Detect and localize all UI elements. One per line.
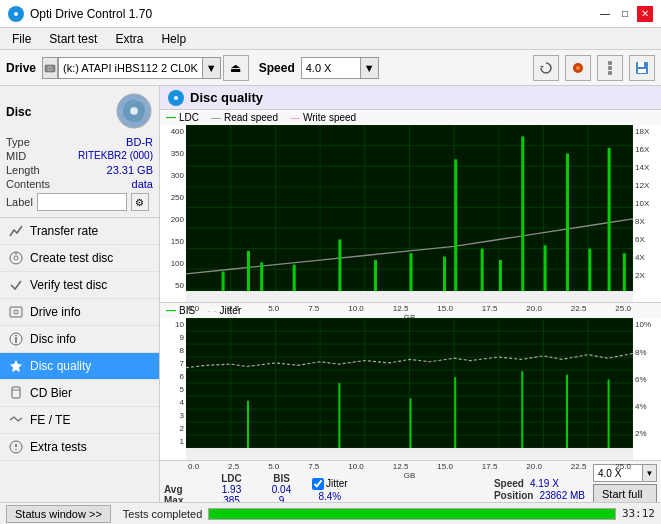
read-speed-legend: — Read speed [211,112,278,123]
svg-rect-60 [443,257,446,291]
settings-button[interactable] [597,55,623,81]
menu-file[interactable]: File [4,30,39,48]
drive-selector: (k:) ATAPI iHBS112 2 CL0K ▼ ⏏ [42,55,249,81]
toolbar: Drive (k:) ATAPI iHBS112 2 CL0K ▼ ⏏ Spee… [0,50,661,86]
disc-length-row: Length 23.31 GB [6,164,153,176]
chart2-main: 0.0 2.5 5.0 7.5 10.0 12.5 15.0 17.5 20.0… [186,318,633,460]
save-button[interactable] [629,55,655,81]
fe-te-icon [8,412,24,428]
svg-point-24 [15,335,17,337]
svg-rect-26 [12,387,20,398]
chart2-with-axes: 10 9 8 7 6 5 4 3 2 1 [160,318,661,460]
svg-rect-69 [623,253,626,291]
drive-dropdown-arrow[interactable]: ▼ [203,57,221,79]
minimize-button[interactable]: — [597,6,613,22]
svg-rect-12 [638,69,646,73]
svg-rect-62 [481,249,484,291]
write-speed-legend: — Write speed [290,112,356,123]
svg-point-30 [15,449,17,451]
svg-rect-55 [260,262,263,291]
svg-rect-98 [566,375,568,448]
svg-rect-58 [374,260,377,291]
disc-info-icon [8,331,24,347]
extra-tests-icon [8,439,24,455]
ldc-legend: — LDC [166,112,199,123]
label-edit-button[interactable]: ⚙ [131,193,149,211]
svg-rect-65 [544,245,547,291]
svg-rect-66 [566,154,569,291]
menu-start-test[interactable]: Start test [41,30,105,48]
svg-rect-2 [45,65,55,72]
sidebar-item-drive-info[interactable]: Drive info [0,299,159,326]
chart1-legend: — LDC — Read speed — Write speed [160,110,661,125]
sidebar-item-disc-quality[interactable]: Disc quality [0,353,159,380]
svg-rect-96 [454,378,456,449]
charts-container: — LDC — Read speed — Write speed [160,110,661,502]
sidebar-item-transfer-rate[interactable]: Transfer rate [0,218,159,245]
chart1-y-right: 18X 16X 14X 12X 10X 8X 6X 4X 2X [633,125,661,302]
sidebar-item-cd-bier[interactable]: CD Bier [0,380,159,407]
close-button[interactable]: ✕ [637,6,653,22]
sidebar-item-extra-tests[interactable]: Extra tests [0,434,159,461]
maximize-button[interactable]: □ [617,6,633,22]
speed-dropdown-arrow[interactable]: ▼ [361,57,379,79]
label-input[interactable] [37,193,127,211]
svg-rect-9 [608,71,612,75]
svg-point-6 [576,66,580,70]
app-icon [8,6,24,22]
chart1-container: — LDC — Read speed — Write speed [160,110,661,303]
chart2-y-right: 10% 8% 6% 4% 2% [633,318,661,460]
burn-button[interactable] [565,55,591,81]
svg-point-1 [14,12,18,16]
progress-bar [208,508,616,520]
start-full-button[interactable]: Start full [593,484,657,502]
content-title: Disc quality [190,90,263,105]
jitter-avg: 8.4% [318,491,341,502]
sidebar-item-verify-test-disc[interactable]: Verify test disc [0,272,159,299]
disc-quality-icon [8,358,24,374]
disc-mid-row: MID RITEKBR2 (000) [6,150,153,162]
status-bar: Status window >> Tests completed 33:12 [0,502,661,524]
drive-info-icon [8,304,24,320]
svg-rect-70 [186,291,633,302]
sidebar-item-disc-info[interactable]: Disc info [0,326,159,353]
speed-action-dropdown-arrow[interactable]: ▼ [643,464,657,482]
speed-dropdown[interactable]: 4.0 X [301,57,361,79]
menu-extra[interactable]: Extra [107,30,151,48]
svg-rect-95 [410,399,412,449]
chart1-x-axis: 0.0 2.5 5.0 7.5 10.0 12.5 15.0 17.5 20.0… [186,304,633,313]
chart1-svg [186,125,633,302]
svg-marker-25 [10,360,22,372]
title-bar: Opti Drive Control 1.70 — □ ✕ [0,0,661,28]
status-time: 33:12 [622,507,655,520]
svg-rect-61 [454,159,457,291]
menu-help[interactable]: Help [153,30,194,48]
transfer-rate-icon [8,223,24,239]
chart1-main: 0.0 2.5 5.0 7.5 10.0 12.5 15.0 17.5 20.0… [186,125,633,302]
svg-rect-20 [10,307,22,317]
title-bar-left: Opti Drive Control 1.70 [8,6,152,22]
sidebar: Disc Type BD-R MID RITEKBR2 (000) [0,86,160,502]
svg-rect-7 [608,61,612,65]
refresh-button[interactable] [533,55,559,81]
eject-button[interactable]: ⏏ [223,55,249,81]
chart2-y-left: 10 9 8 7 6 5 4 3 2 1 [160,318,186,460]
stats-avg-row: Avg 1.93 0.04 [164,484,304,495]
sidebar-item-create-test-disc[interactable]: Create test disc [0,245,159,272]
sidebar-item-fe-te[interactable]: FE / TE [0,407,159,434]
status-text: Tests completed [123,508,202,520]
svg-rect-99 [608,380,610,449]
position-col: Speed 4.19 X Position 23862 MB Samples 3… [494,478,585,502]
chart1-with-axes: 400 350 300 250 200 150 100 50 [160,125,661,302]
chart2-x-axis: 0.0 2.5 5.0 7.5 10.0 12.5 15.0 17.5 20.0… [186,462,633,471]
drive-dropdown[interactable]: (k:) ATAPI iHBS112 2 CL0K [58,57,203,79]
status-window-button[interactable]: Status window >> [6,505,111,523]
svg-rect-53 [222,272,225,291]
disc-contents-row: Contents data [6,178,153,190]
main-layout: Disc Type BD-R MID RITEKBR2 (000) [0,86,661,502]
svg-rect-94 [338,383,340,448]
svg-marker-4 [540,66,544,68]
svg-rect-56 [293,265,296,291]
svg-rect-100 [186,449,633,461]
disc-type-row: Type BD-R [6,136,153,148]
